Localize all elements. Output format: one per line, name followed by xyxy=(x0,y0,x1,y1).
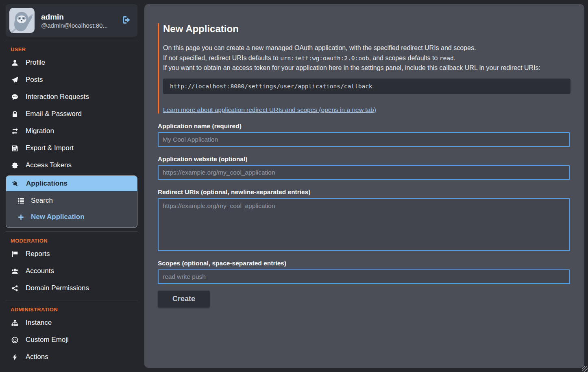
application-name-label: Application name (required) xyxy=(158,123,570,130)
callback-url-code-block: http://localhost:8080/settings/user/appl… xyxy=(163,79,571,94)
inline-code-read: read xyxy=(440,55,454,61)
sidebar-item-export-import[interactable]: Export & Import xyxy=(6,140,137,157)
list-icon xyxy=(17,197,25,204)
user-handle: @admin@localhost:80... xyxy=(41,22,115,29)
sidebar-item-label: Custom Emoji xyxy=(26,336,69,344)
sidebar-item-accounts[interactable]: Accounts xyxy=(6,263,137,280)
sidebar-item-label: Email & Password xyxy=(26,110,82,118)
sidebar-item-label: Access Tokens xyxy=(26,161,72,169)
sidebar-item-actions[interactable]: Actions xyxy=(6,348,137,365)
sidebar-divider xyxy=(6,40,137,40)
bolt-icon xyxy=(11,354,19,361)
user-meta: admin @admin@localhost:80... xyxy=(41,12,115,29)
sitemap-icon xyxy=(11,319,19,326)
flag-icon xyxy=(11,251,19,258)
user-name: admin xyxy=(41,12,115,22)
sidebar-item-label: Search xyxy=(31,197,53,205)
scopes-input[interactable] xyxy=(158,269,570,284)
redirect-uris-label: Redirect URIs (optional, newline-separat… xyxy=(158,188,570,196)
new-application-intro: New Application On this page you can cre… xyxy=(158,23,570,114)
section-heading-moderation: MODERATION xyxy=(11,238,137,244)
create-button[interactable]: Create xyxy=(158,291,210,307)
redirect-uris-textarea[interactable] xyxy=(158,198,570,251)
paper-plane-icon xyxy=(11,77,19,83)
sidebar-item-access-tokens[interactable]: Access Tokens xyxy=(6,157,137,174)
sidebar-item-custom-emoji[interactable]: Custom Emoji xyxy=(6,331,137,348)
floppy-disk-icon xyxy=(11,145,19,152)
intro-line-2: If not specified, redirect URIs defaults… xyxy=(163,53,570,63)
section-heading-user: USER xyxy=(11,46,137,53)
avatar xyxy=(9,8,35,33)
sidebar-item-instance[interactable]: Instance xyxy=(6,314,137,331)
application-name-input[interactable] xyxy=(158,132,570,147)
sidebar-item-label: Domain Permissions xyxy=(26,284,89,292)
sidebar-item-domain-permissions[interactable]: Domain Permissions xyxy=(6,280,137,297)
sidebar-item-posts[interactable]: Posts xyxy=(6,71,137,88)
sidebar-item-label: Interaction Requests xyxy=(26,93,89,101)
sidebar-item-label: New Application xyxy=(31,213,85,221)
sidebar-item-label: Migration xyxy=(26,127,54,135)
sidebar-item-label: Instance xyxy=(26,319,52,327)
sidebar-item-reports[interactable]: Reports xyxy=(6,245,137,263)
sidebar-divider xyxy=(6,231,137,232)
sidebar-item-label: Actions xyxy=(26,353,48,361)
certificate-icon xyxy=(11,162,19,169)
share-nodes-icon xyxy=(11,285,19,292)
scopes-label: Scopes (optional, space-separated entrie… xyxy=(158,260,570,267)
users-icon xyxy=(11,268,19,275)
inline-code-oob: urn:ietf:wg:oauth:2.0:oob xyxy=(280,55,369,61)
plug-icon xyxy=(11,180,19,187)
sidebar-item-label: Profile xyxy=(26,59,45,67)
window-resize-grip xyxy=(582,366,588,372)
learn-more-link[interactable]: Learn more about application redirect UR… xyxy=(163,106,376,114)
lock-icon xyxy=(11,111,19,118)
sidebar-item-interaction-requests[interactable]: Interaction Requests xyxy=(6,88,137,105)
sidebar-item-profile[interactable]: Profile xyxy=(6,54,137,71)
sidebar-item-migration[interactable]: Migration xyxy=(6,123,137,140)
sidebar-item-applications-search[interactable]: Search xyxy=(6,193,137,209)
intro-line-1: On this page you can create a new manage… xyxy=(163,43,570,53)
main-panel: New Application On this page you can cre… xyxy=(144,4,584,368)
intro-line-3: If you want to obtain an access token fo… xyxy=(163,63,570,73)
sidebar-group-applications: Applications Search New Application xyxy=(6,175,137,228)
applications-submenu: Search New Application xyxy=(6,191,137,228)
sidebar-item-applications[interactable]: Applications xyxy=(6,176,137,191)
sidebar-item-label: Accounts xyxy=(26,267,54,275)
sign-out-button[interactable] xyxy=(122,15,131,26)
user-card: admin @admin@localhost:80... xyxy=(6,4,137,37)
sidebar-divider xyxy=(6,300,137,300)
section-heading-administration: ADMINISTRATION xyxy=(11,306,137,313)
sidebar-item-label: Posts xyxy=(26,76,43,84)
application-website-label: Application website (optional) xyxy=(158,155,570,163)
exchange-arrows-icon xyxy=(11,128,19,135)
comment-dots-icon xyxy=(11,94,19,101)
plus-icon xyxy=(17,214,25,221)
smile-icon xyxy=(11,337,19,344)
sidebar-item-applications-new[interactable]: New Application xyxy=(6,209,137,225)
sidebar-item-label: Applications xyxy=(26,179,68,188)
sign-out-icon xyxy=(122,15,131,26)
sidebar-item-label: Export & Import xyxy=(26,144,74,152)
sidebar-item-email-password[interactable]: Email & Password xyxy=(6,105,137,123)
sidebar-item-label: Reports xyxy=(26,250,50,258)
sidebar: admin @admin@localhost:80... USER Profil… xyxy=(0,0,143,372)
application-website-input[interactable] xyxy=(158,165,570,180)
new-application-form: Application name (required) Application … xyxy=(158,123,570,307)
page-title: New Application xyxy=(163,23,570,35)
user-icon xyxy=(11,59,19,66)
